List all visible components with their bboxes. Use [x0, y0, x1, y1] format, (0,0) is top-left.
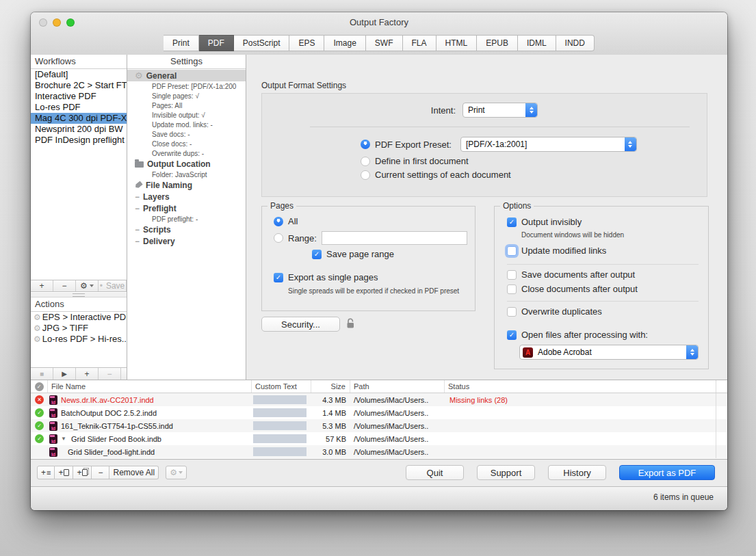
settings-node[interactable]: Output Location — [127, 158, 246, 170]
format-tab[interactable]: IDML — [518, 35, 556, 51]
scrollbar-track[interactable] — [716, 393, 727, 406]
status-column-header[interactable]: Status — [445, 380, 716, 393]
open-with-app-dropdown[interactable]: A Adobe Acrobat — [519, 345, 699, 360]
close-documents-checkbox[interactable] — [507, 284, 517, 294]
splitter-handle[interactable] — [31, 293, 127, 297]
support-button[interactable]: Support — [477, 465, 535, 480]
custom-text-field[interactable] — [253, 434, 307, 443]
settings-node[interactable]: Pages: All — [127, 101, 246, 110]
action-item[interactable]: ⚙Lo-res PDF > Hi-res... — [31, 334, 127, 345]
settings-node[interactable]: Delivery — [127, 235, 246, 247]
custom-text-field[interactable] — [253, 447, 307, 456]
intent-dropdown[interactable]: Print — [462, 103, 538, 118]
workflow-item[interactable]: Brochure 2C > Start FTP — [31, 80, 127, 91]
settings-node[interactable]: File Naming — [127, 179, 246, 191]
pdf-export-preset-radio[interactable] — [361, 140, 370, 149]
settings-node[interactable]: Save docs: - — [127, 129, 246, 139]
add-file-button[interactable]: + — [55, 466, 73, 479]
add-workflow-button[interactable]: + — [31, 280, 53, 291]
add-action-button[interactable]: + — [76, 368, 99, 380]
workflow-item[interactable]: Interactive PDF — [31, 91, 127, 102]
queue-row[interactable]: ▼ Grid Slider_food-light.indd 3.0 MB /Vo… — [31, 445, 727, 458]
action-item[interactable]: ⚙EPS > Interactive PDF — [31, 312, 127, 323]
workflow-item[interactable]: Mag 4C 300 dpi PDF-X — [31, 113, 127, 124]
add-files-button[interactable]: + — [73, 466, 92, 479]
path-column-header[interactable]: Path — [350, 380, 445, 393]
format-tab[interactable]: SWF — [366, 35, 403, 51]
custom-text-field[interactable] — [253, 421, 307, 430]
remove-action-button[interactable]: − — [99, 368, 121, 380]
custom-text-field[interactable] — [253, 408, 307, 417]
state-column-header[interactable]: ✓ — [31, 380, 48, 393]
current-settings-radio[interactable] — [361, 170, 370, 180]
queue-gear-button[interactable]: ⚙ — [166, 466, 187, 479]
settings-node[interactable]: Layers — [127, 191, 246, 202]
format-tab[interactable]: EPUB — [477, 35, 518, 51]
overwrite-duplicates-checkbox[interactable] — [507, 307, 517, 317]
settings-node[interactable]: Close docs: - — [127, 139, 246, 148]
settings-node[interactable]: Single pages: √ — [127, 91, 246, 101]
format-tab[interactable]: HTML — [436, 35, 478, 51]
workflow-gear-button[interactable]: ⚙ — [76, 280, 99, 291]
scrollbar-track[interactable] — [716, 406, 727, 419]
save-workflow-button[interactable]: •Save — [99, 280, 127, 291]
format-tab[interactable]: PostScript — [234, 35, 290, 51]
define-in-first-doc-radio[interactable] — [361, 157, 370, 166]
remove-workflow-button[interactable]: − — [53, 280, 76, 291]
format-tab[interactable]: Image — [324, 35, 365, 51]
pages-range-radio[interactable] — [274, 233, 283, 243]
export-single-pages-label: Export as single pages — [288, 272, 378, 282]
workflow-item[interactable]: PDF InDesign preflight — [31, 135, 127, 146]
settings-node[interactable]: Overwrite dups: - — [127, 148, 246, 158]
settings-node[interactable]: Invisible output: √ — [127, 110, 246, 120]
scrollbar-track[interactable] — [716, 419, 727, 432]
format-tab[interactable]: PDF — [199, 35, 234, 51]
history-button[interactable]: History — [548, 465, 606, 480]
workflow-item[interactable]: [Default] — [31, 69, 127, 80]
export-as-pdf-button[interactable]: Export as PDF — [619, 465, 715, 480]
settings-node[interactable]: Update mod. links: - — [127, 120, 246, 129]
settings-node[interactable]: PDF Preset: [PDF/X-1a:200 — [127, 81, 246, 91]
update-modified-links-checkbox[interactable] — [507, 246, 517, 256]
scrollbar-track[interactable] — [716, 445, 727, 458]
custom-text-column-header[interactable]: Custom Text — [252, 380, 311, 393]
security-button[interactable]: Security... — [261, 317, 340, 332]
page-range-input[interactable] — [322, 231, 467, 245]
settings-node[interactable]: Preflight — [127, 202, 246, 214]
settings-node[interactable]: General — [127, 70, 246, 81]
save-documents-checkbox[interactable] — [507, 270, 517, 280]
settings-node[interactable]: PDF preflight: - — [127, 214, 246, 224]
workflow-item[interactable]: Newsprint 200 dpi BW — [31, 124, 127, 135]
settings-node[interactable]: Scripts — [127, 224, 246, 235]
remove-all-button[interactable]: Remove All — [109, 466, 159, 479]
format-tab[interactable]: Print — [164, 35, 199, 51]
queue-row[interactable]: ✓ ▼ 161_Teknik-GT754-1p-CS55.indd 5.3 MB… — [31, 419, 727, 432]
open-files-after-checkbox[interactable]: ✓ — [507, 330, 517, 340]
stop-action-button[interactable]: ■ — [31, 368, 53, 380]
file-path: /Volumes/iMac/Users.. — [350, 448, 445, 456]
stepper-icon — [686, 345, 698, 359]
pdf-preset-dropdown[interactable]: [PDF/X-1a:2001] — [460, 137, 637, 152]
format-tab[interactable]: EPS — [289, 35, 324, 51]
action-item[interactable]: ⚙JPG > TIFF — [31, 323, 127, 334]
size-column-header[interactable]: Size — [311, 380, 350, 393]
quit-button[interactable]: Quit — [406, 465, 464, 480]
save-page-range-checkbox[interactable]: ✓ — [312, 250, 322, 259]
pages-all-radio[interactable] — [274, 217, 283, 226]
remove-file-button[interactable]: − — [92, 466, 109, 479]
custom-text-field[interactable] — [253, 395, 307, 404]
add-list-button[interactable]: +≡ — [37, 466, 55, 479]
scrollbar-track[interactable] — [716, 432, 727, 445]
output-invisibly-checkbox[interactable]: ✓ — [507, 217, 517, 227]
file-name-column-header[interactable]: File Name — [48, 380, 252, 393]
export-single-pages-checkbox[interactable]: ✓ — [274, 273, 283, 282]
format-tab[interactable]: INDD — [556, 35, 595, 51]
queue-row[interactable]: ✓ ▼ BatchOutput DOC 2.5.2.indd 1.4 MB /V… — [31, 406, 727, 419]
run-action-button[interactable]: ▶ — [53, 368, 76, 380]
settings-node[interactable]: Folder: JavaScript — [127, 170, 246, 179]
queue-row[interactable]: ✓ ▼ Grid Slider Food Book.indb 57 KB /Vo… — [31, 432, 727, 445]
workflow-item[interactable]: Lo-res PDF — [31, 102, 127, 113]
disclosure-triangle-icon[interactable]: ▼ — [61, 436, 66, 442]
queue-row[interactable]: ✕ ▼ News.dr.IK.av-CC2017.indd 4.3 MB /Vo… — [31, 393, 727, 406]
format-tab[interactable]: FLA — [403, 35, 436, 51]
